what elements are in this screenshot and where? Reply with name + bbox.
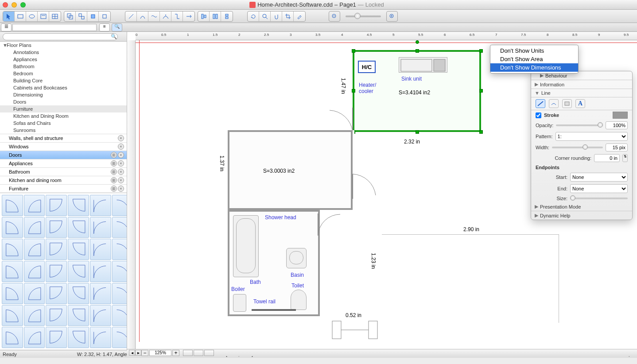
section-dynamic-help[interactable]: ▶Dynamic Help xyxy=(531,211,632,220)
palette-shape[interactable] xyxy=(46,327,67,348)
room-bathroom[interactable]: Shower head Bath Basin Toilet Boiler Tow… xyxy=(228,210,320,316)
palette-shape[interactable] xyxy=(90,283,111,304)
palette-shape[interactable] xyxy=(2,305,23,326)
hand-tool[interactable] xyxy=(271,12,282,21)
palette-shape[interactable] xyxy=(24,305,45,326)
palette-shape[interactable] xyxy=(46,239,67,260)
palette-shape[interactable] xyxy=(68,305,89,326)
eyedrop-tool[interactable] xyxy=(294,12,305,21)
section-line[interactable]: ▼Line xyxy=(531,89,632,97)
palette-shape[interactable] xyxy=(46,283,67,304)
palette-shape[interactable] xyxy=(68,327,89,348)
palette-shape[interactable] xyxy=(112,239,127,260)
width-field[interactable] xyxy=(606,143,628,151)
library-header[interactable]: Windows× xyxy=(0,142,127,151)
sel-handle[interactable] xyxy=(479,89,483,93)
sink-unit[interactable] xyxy=(399,57,447,73)
line-tool[interactable] xyxy=(125,12,137,21)
minimize-icon[interactable] xyxy=(12,2,17,8)
size-slider[interactable] xyxy=(570,197,628,199)
section-information[interactable]: ▶Information xyxy=(531,80,632,89)
palette-shape[interactable] xyxy=(2,327,23,348)
palette-shape[interactable] xyxy=(24,195,45,216)
library-header[interactable]: Walls, shell and structure× xyxy=(0,134,127,142)
close-icon[interactable] xyxy=(3,2,8,8)
align-right[interactable] xyxy=(221,12,233,21)
page-tab[interactable] xyxy=(204,350,214,356)
sel-handle[interactable] xyxy=(479,49,483,53)
scroll-right-icon[interactable]: ▸ xyxy=(135,350,141,356)
palette-shape[interactable] xyxy=(90,239,111,260)
pattern-select[interactable]: 1: xyxy=(555,132,628,141)
guide-vertical[interactable] xyxy=(139,40,140,342)
zoom-slider[interactable] xyxy=(346,15,381,17)
palette-shape[interactable] xyxy=(90,327,111,348)
palette-shape[interactable] xyxy=(24,217,45,238)
subbar-input[interactable] xyxy=(12,24,97,31)
opacity-slider[interactable] xyxy=(556,124,603,126)
tree-item[interactable]: Bathroom xyxy=(0,63,127,70)
section-presentation[interactable]: ▶Presentation Mode xyxy=(531,202,632,211)
library-header[interactable]: Bathroom⊞× xyxy=(0,167,127,176)
page-tab[interactable] xyxy=(183,350,193,356)
zoom-out-button[interactable] xyxy=(329,11,340,22)
palette-shape[interactable] xyxy=(2,261,23,282)
palette-shape[interactable] xyxy=(90,217,111,238)
zoom-icon[interactable] xyxy=(20,2,26,8)
table-tool[interactable] xyxy=(49,12,61,21)
bathtub[interactable] xyxy=(233,215,259,277)
zoom-field[interactable] xyxy=(149,350,171,356)
zoom-in-button[interactable] xyxy=(386,11,398,22)
toilet-fixture[interactable] xyxy=(291,290,307,310)
crop-tool[interactable] xyxy=(282,12,294,21)
room-kitchen[interactable]: H/C Heater/ cooler Sink unit S=3.4104 in… xyxy=(353,50,481,132)
palette-shape[interactable] xyxy=(2,283,23,304)
palette-shape[interactable] xyxy=(2,239,23,260)
palette-shape[interactable] xyxy=(112,217,127,238)
palette-shape[interactable] xyxy=(90,195,111,216)
room-extension[interactable] xyxy=(382,234,559,323)
smart-connector[interactable] xyxy=(183,12,194,21)
group-button[interactable] xyxy=(64,12,76,21)
palette-shape[interactable] xyxy=(112,327,127,348)
palette-shape[interactable] xyxy=(68,195,89,216)
tab-shadow[interactable] xyxy=(562,99,572,108)
towel-rail-fixture[interactable] xyxy=(252,309,296,311)
panel-toggle-icon[interactable]: ☰ xyxy=(1,23,12,31)
palette-shape[interactable] xyxy=(68,239,89,260)
align-center[interactable] xyxy=(210,12,221,21)
tree-item[interactable]: Bedroom xyxy=(0,70,127,77)
palette-shape[interactable] xyxy=(2,195,23,216)
pointer-tool[interactable] xyxy=(3,12,15,21)
palette-shape[interactable] xyxy=(112,283,127,304)
ellipse-tool[interactable] xyxy=(26,12,38,21)
tree-item[interactable]: Cabinets and Bookcases xyxy=(0,84,127,91)
palette-shape[interactable] xyxy=(24,239,45,260)
library-header[interactable]: Kitchen and dining room⊞× xyxy=(0,176,127,184)
tree-item[interactable]: Sofas and Chairs xyxy=(0,120,127,127)
page-tab[interactable] xyxy=(194,350,203,356)
palette-shape[interactable] xyxy=(68,217,89,238)
basin-fixture[interactable] xyxy=(286,248,307,268)
palette-shape[interactable] xyxy=(46,217,67,238)
tree-item[interactable]: Doors xyxy=(0,98,127,105)
palette-shape[interactable] xyxy=(46,261,67,282)
tree-item[interactable]: Dimensioning xyxy=(0,91,127,98)
arc-tool[interactable] xyxy=(137,12,148,21)
zoom-minus[interactable]: − xyxy=(141,350,148,356)
context-menu-item[interactable]: Don't Show Dimensions xyxy=(490,63,578,72)
tree-item[interactable]: Annotations xyxy=(0,49,127,56)
slider-thumb[interactable] xyxy=(354,13,361,19)
palette-shape[interactable] xyxy=(24,261,45,282)
end-select[interactable]: None xyxy=(570,184,628,193)
context-menu-item[interactable]: Don't Show Area xyxy=(490,55,578,63)
opacity-field[interactable] xyxy=(606,121,628,129)
search-input[interactable] xyxy=(3,33,118,40)
bezier-tool[interactable] xyxy=(160,12,171,21)
search-icon[interactable]: 🔍 xyxy=(112,23,122,31)
tree-root[interactable]: ▼Floor Plans xyxy=(0,42,127,49)
sel-handle[interactable] xyxy=(352,49,355,53)
palette-shape[interactable] xyxy=(90,305,111,326)
tree-item[interactable]: Building Core xyxy=(0,77,127,84)
palette-shape[interactable] xyxy=(2,217,23,238)
